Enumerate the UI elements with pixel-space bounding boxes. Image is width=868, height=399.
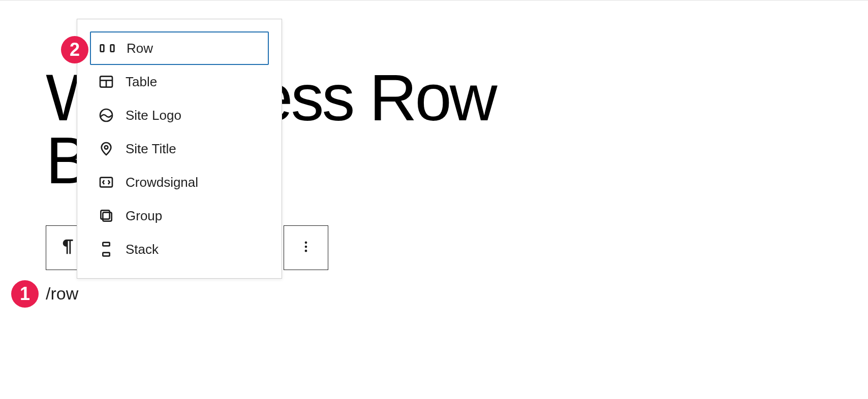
annotation-badge-2: 2 — [61, 36, 88, 63]
svg-point-1 — [305, 246, 307, 248]
suggestion-group[interactable]: Group — [90, 199, 269, 232]
more-vertical-icon — [299, 240, 313, 256]
slash-command-input[interactable]: /row — [46, 284, 78, 304]
svg-point-2 — [305, 250, 307, 252]
suggestion-label: Row — [127, 41, 153, 56]
suggestion-label: Table — [126, 74, 157, 90]
site-logo-icon — [98, 107, 114, 123]
svg-rect-12 — [101, 210, 109, 219]
group-icon — [98, 208, 114, 224]
svg-rect-13 — [103, 243, 109, 246]
stack-icon — [98, 241, 114, 257]
more-options-button[interactable] — [284, 225, 328, 270]
suggestion-label: Crowdsignal — [126, 175, 198, 190]
suggestion-stack[interactable]: Stack — [90, 232, 269, 266]
table-icon — [98, 74, 114, 90]
row-icon — [99, 40, 115, 56]
svg-point-0 — [305, 242, 307, 244]
block-suggestions-popup: Row Table Site Logo Site Title — [77, 19, 282, 279]
annotation-badge-1: 1 — [11, 280, 39, 308]
suggestion-label: Group — [126, 208, 162, 224]
crowdsignal-icon — [98, 174, 114, 190]
suggestion-site-logo[interactable]: Site Logo — [90, 98, 269, 132]
svg-point-9 — [105, 146, 108, 149]
suggestion-row[interactable]: Row — [90, 31, 269, 65]
suggestion-label: Site Logo — [126, 108, 181, 123]
suggestion-table[interactable]: Table — [90, 65, 269, 98]
svg-rect-4 — [111, 45, 114, 51]
suggestion-crowdsignal[interactable]: Crowdsignal — [90, 165, 269, 199]
svg-rect-3 — [101, 45, 104, 51]
site-title-icon — [98, 141, 114, 157]
suggestion-label: Stack — [126, 242, 159, 257]
svg-rect-11 — [103, 212, 111, 221]
svg-rect-14 — [103, 253, 109, 256]
paragraph-icon — [60, 238, 77, 257]
suggestion-site-title[interactable]: Site Title — [90, 132, 269, 165]
suggestion-label: Site Title — [126, 141, 176, 157]
svg-rect-10 — [100, 178, 112, 187]
